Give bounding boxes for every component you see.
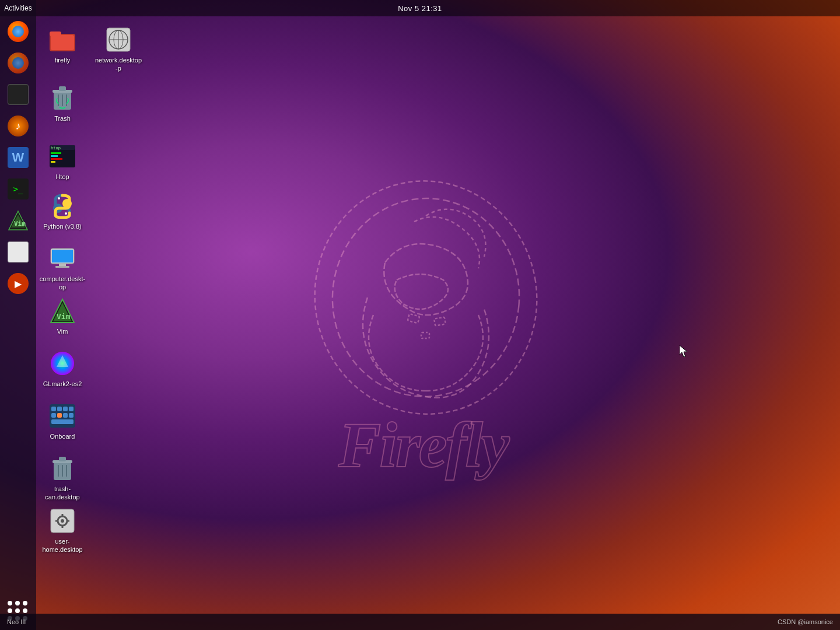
firefly-folder-label: firefly (55, 56, 70, 64)
htop-label: Htop (55, 173, 69, 181)
network-desktop-icon (104, 26, 132, 54)
svg-text:htop: htop (51, 146, 61, 150)
svg-rect-36 (59, 264, 66, 266)
desktop-icon-onboard[interactable]: Onboard (36, 398, 89, 444)
terminal-icon: >_ (8, 178, 29, 200)
svg-rect-52 (51, 419, 74, 424)
user-home-desktop-icon (48, 507, 76, 535)
svg-rect-11 (51, 35, 74, 50)
activities-label: Activities (4, 4, 32, 12)
onboard-icon (48, 402, 76, 430)
svg-rect-29 (51, 161, 55, 163)
dock-item-video[interactable]: ▶ (4, 270, 32, 298)
topbar-time: Nov 5 21:31 (398, 4, 442, 13)
wallpaper (0, 0, 840, 630)
svg-rect-35 (52, 250, 73, 262)
firefox-icon (8, 21, 29, 42)
dock-item-writer[interactable]: W (4, 144, 32, 172)
desktop-icon-glmark2[interactable]: GLmark2-es2 (36, 346, 89, 391)
rhythmbox-icon: ♪ (8, 116, 29, 136)
glmark2-label: GLmark2-es2 (43, 380, 82, 388)
computer-desktop-label: computer.deskt-op (38, 275, 86, 292)
svg-rect-50 (63, 413, 68, 418)
desktop-icon-firefly[interactable]: firefly (36, 22, 89, 68)
desktop-icon-network[interactable]: network.desktop-p (92, 22, 145, 76)
desktop-icon-htop[interactable]: htop Htop (36, 139, 89, 184)
computer-desktop-icon (48, 244, 76, 272)
desktop-icon-user-home[interactable]: user-home.desktop (36, 503, 89, 558)
svg-text:Vim: Vim (14, 220, 26, 228)
writer-icon: W (8, 147, 29, 168)
dock-item-document[interactable] (4, 238, 32, 266)
user-home-desktop-label: user-home.desktop (38, 537, 86, 554)
files-icon (8, 84, 29, 105)
vim-dock-icon: Vim (8, 210, 29, 231)
document-icon (8, 242, 29, 262)
glmark2-icon (48, 349, 76, 377)
network-desktop-label: network.desktop-p (94, 56, 142, 73)
firefly-folder-icon (48, 26, 76, 54)
desktop-icons-area: firefly network.desktop-p (36, 16, 153, 28)
trash-can-desktop-label: trash-can.desktop (38, 485, 86, 502)
svg-rect-28 (51, 158, 62, 160)
svg-rect-27 (51, 155, 58, 157)
desktop-icon-trash[interactable]: Trash (36, 80, 89, 126)
dock-item-firefox[interactable] (4, 18, 32, 46)
svg-rect-26 (51, 152, 61, 154)
trash-can-desktop-icon (48, 454, 76, 482)
trash-icon (48, 84, 76, 112)
svg-text:Vim: Vim (57, 312, 71, 321)
svg-point-61 (61, 519, 64, 523)
svg-rect-47 (69, 407, 74, 411)
python-icon (48, 192, 76, 220)
dock: ♪ W >_ Vim ▶ (0, 0, 36, 630)
desktop-icon-vim[interactable]: Vim Vim (36, 293, 89, 339)
desktop-icon-computer[interactable]: computer.deskt-op (36, 241, 89, 295)
svg-point-33 (65, 212, 67, 215)
firefox2-icon (8, 52, 29, 74)
svg-rect-55 (59, 457, 66, 461)
desktop-icon-python[interactable]: Python (v3.8) (36, 188, 89, 234)
trash-label: Trash (54, 114, 71, 123)
dock-item-rhythmbox[interactable]: ♪ (4, 112, 32, 140)
svg-rect-19 (59, 86, 66, 91)
svg-rect-44 (51, 407, 56, 411)
taskbar: Neo III CSDN @iamsonice (0, 614, 840, 630)
dock-item-terminal[interactable]: >_ (4, 175, 32, 203)
dock-item-files[interactable] (4, 80, 32, 108)
svg-rect-48 (51, 413, 56, 418)
python-label: Python (v3.8) (43, 222, 81, 230)
desktop-icon-trash-can[interactable]: trash-can.desktop (36, 451, 89, 505)
activities-button[interactable]: Activities (0, 0, 36, 16)
onboard-label: Onboard (50, 432, 75, 440)
svg-rect-45 (57, 407, 62, 411)
svg-rect-49 (57, 413, 62, 418)
svg-rect-51 (69, 413, 74, 418)
dock-item-firefox2[interactable] (4, 49, 32, 77)
svg-point-32 (58, 197, 60, 200)
htop-icon: htop (48, 142, 76, 170)
vim-icon: Vim (48, 297, 76, 325)
topbar: Nov 5 21:31 (0, 0, 840, 16)
video-icon: ▶ (8, 273, 29, 294)
svg-rect-37 (55, 266, 69, 268)
taskbar-left-label: Neo III (7, 618, 26, 625)
dock-item-vim[interactable]: Vim (4, 206, 32, 235)
vim-label: Vim (57, 327, 68, 335)
taskbar-right-label: CSDN @iamsonice (778, 618, 833, 625)
svg-rect-46 (63, 407, 68, 411)
